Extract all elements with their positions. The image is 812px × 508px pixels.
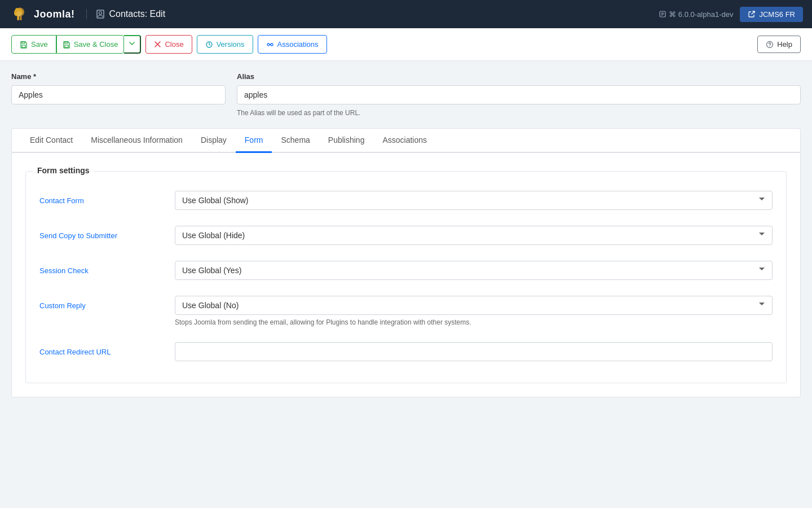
field-control-session-check: Use Global (Yes) Yes No	[175, 261, 773, 280]
fieldset-legend: Form settings	[33, 166, 94, 175]
name-input[interactable]	[11, 85, 226, 104]
help-icon	[766, 41, 774, 49]
session-check-select[interactable]: Use Global (Yes) Yes No	[175, 261, 773, 280]
close-icon	[154, 41, 161, 48]
send-copy-select-wrapper: Use Global (Hide) Show Hide	[175, 226, 773, 245]
redirect-url-input[interactable]	[175, 342, 773, 361]
session-check-select-wrapper: Use Global (Yes) Yes No	[175, 261, 773, 280]
field-send-copy: Send Copy to Submitter Use Global (Hide)…	[39, 218, 773, 253]
contact-form-select-wrapper: Use Global (Show) Show Hide	[175, 191, 773, 210]
save-button-group: Save Save & Close	[11, 35, 141, 54]
svg-point-13	[770, 46, 770, 46]
main-content: Name * Alias The Alias will be used as p…	[0, 61, 812, 409]
save-close-icon	[63, 41, 70, 49]
save-button[interactable]: Save	[11, 35, 56, 54]
name-alias-row: Name * Alias The Alias will be used as p…	[11, 72, 801, 117]
field-session-check: Session Check Use Global (Yes) Yes No	[39, 253, 773, 288]
page-title-bar: Contacts: Edit	[86, 9, 166, 19]
name-group: Name *	[11, 72, 226, 117]
joomla-logo-icon	[9, 4, 29, 24]
field-label-custom-reply: Custom Reply	[39, 296, 164, 310]
alias-group: Alias The Alias will be used as part of …	[237, 72, 801, 117]
save-icon	[20, 41, 28, 49]
save-dropdown-button[interactable]	[124, 35, 141, 54]
contact-page-icon	[96, 10, 105, 19]
tab-container: Edit Contact Miscellaneous Information D…	[11, 128, 801, 397]
custom-reply-select-wrapper: Use Global (No) Yes No	[175, 296, 773, 315]
custom-reply-select[interactable]: Use Global (No) Yes No	[175, 296, 773, 315]
page-title: Contacts: Edit	[109, 9, 166, 19]
field-control-contact-form: Use Global (Show) Show Hide	[175, 191, 773, 210]
field-contact-form: Contact Form Use Global (Show) Show Hide	[39, 183, 773, 218]
tab-misc-info[interactable]: Miscellaneous Information	[82, 129, 192, 153]
field-control-send-copy: Use Global (Hide) Show Hide	[175, 226, 773, 245]
field-control-custom-reply: Use Global (No) Yes No Stops Joomla from…	[175, 296, 773, 326]
svg-rect-5	[22, 45, 25, 47]
contact-form-select[interactable]: Use Global (Show) Show Hide	[175, 191, 773, 210]
topbar: Joomla! Contacts: Edit ⌘ 6.0.0-alpha1-de…	[0, 0, 812, 28]
svg-point-3	[99, 12, 102, 15]
version-text: ⌘ 6.0.0-alpha1-dev	[659, 10, 733, 19]
tab-edit-contact[interactable]: Edit Contact	[21, 129, 82, 153]
tab-display[interactable]: Display	[192, 129, 236, 153]
tabs: Edit Contact Miscellaneous Information D…	[12, 129, 800, 153]
send-copy-select[interactable]: Use Global (Hide) Show Hide	[175, 226, 773, 245]
field-custom-reply: Custom Reply Use Global (No) Yes No Stop…	[39, 288, 773, 334]
field-label-redirect-url: Contact Redirect URL	[39, 342, 164, 356]
svg-rect-7	[65, 45, 68, 47]
joomla-wordmark: Joomla!	[34, 8, 75, 20]
associations-button[interactable]: Associations	[258, 35, 327, 54]
versions-button[interactable]: Versions	[197, 35, 253, 54]
alias-label: Alias	[237, 72, 801, 81]
tab-publishing[interactable]: Publishing	[319, 129, 374, 153]
topbar-left: Joomla! Contacts: Edit	[9, 4, 165, 24]
alias-input[interactable]	[237, 85, 801, 104]
joomla-logo: Joomla!	[9, 4, 75, 24]
toolbar: Save Save & Close Close	[0, 28, 812, 61]
tab-schema[interactable]: Schema	[272, 129, 319, 153]
form-settings-fieldset: Form settings Contact Form Use Global (S…	[25, 171, 787, 383]
chevron-down-icon	[129, 40, 135, 47]
alias-hint: The Alias will be used as part of the UR…	[237, 109, 801, 117]
close-button[interactable]: Close	[145, 35, 192, 54]
cmd-icon	[659, 10, 667, 18]
save-close-button[interactable]: Save & Close	[56, 35, 125, 54]
associations-icon	[266, 41, 274, 49]
field-label-send-copy: Send Copy to Submitter	[39, 226, 164, 240]
field-label-contact-form: Contact Form	[39, 191, 164, 205]
field-redirect-url: Contact Redirect URL	[39, 334, 773, 369]
tab-form[interactable]: Form	[236, 129, 272, 153]
tab-content-form: Form settings Contact Form Use Global (S…	[12, 153, 800, 397]
name-label: Name *	[11, 72, 226, 81]
external-link-icon	[748, 10, 756, 18]
tab-associations[interactable]: Associations	[373, 129, 436, 153]
versions-icon	[205, 41, 213, 49]
svg-point-1	[17, 12, 22, 17]
toolbar-buttons: Save Save & Close Close	[11, 35, 327, 54]
topbar-right: ⌘ 6.0.0-alpha1-dev JCMS6 FR	[659, 7, 803, 22]
svg-rect-6	[22, 42, 25, 43]
field-label-session-check: Session Check	[39, 261, 164, 275]
custom-reply-hint: Stops Joomla from sending the email, all…	[175, 318, 773, 326]
field-control-redirect-url	[175, 342, 773, 361]
user-button[interactable]: JCMS6 FR	[740, 7, 803, 22]
help-button[interactable]: Help	[757, 36, 801, 53]
svg-rect-8	[65, 42, 68, 43]
